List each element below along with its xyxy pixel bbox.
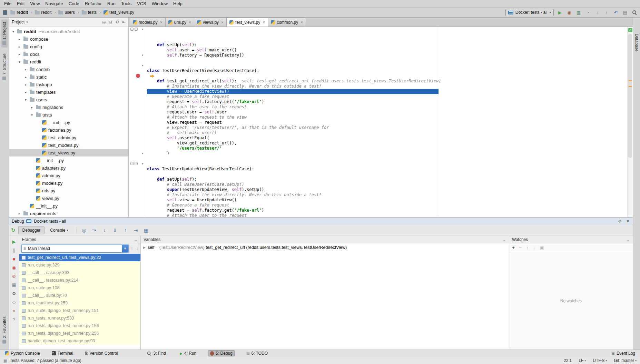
close-icon[interactable]: × [160, 20, 163, 25]
menu-window[interactable]: Window [149, 0, 170, 7]
fold-marker-icon[interactable]: ▾ [142, 63, 144, 68]
run-coverage-icon[interactable]: ▥ [576, 10, 581, 15]
chevron-right-icon[interactable]: ▸ [17, 52, 22, 56]
tree-item-test-views-py[interactable]: test_views.py [9, 149, 128, 156]
toolwindow-button-5-debug[interactable]: 5: Debug [208, 350, 235, 356]
settings-icon[interactable]: ⚙ [115, 20, 119, 24]
rerun-icon[interactable]: ↻ [11, 227, 16, 233]
tree-item-init-py[interactable]: __init__.py [9, 156, 128, 164]
collapse-all-icon[interactable]: ⊟ [109, 20, 112, 24]
hide-panel-icon[interactable]: ▼ [626, 219, 630, 224]
stripe-button-2-favorites[interactable]: 2: Favorites [1, 314, 8, 346]
pin-icon[interactable]: ◇ [11, 300, 17, 305]
tree-item-migrations[interactable]: ▸migrations [9, 103, 128, 111]
settings-icon[interactable]: ⚙ [11, 291, 17, 296]
debug-icon[interactable]: ◉ [567, 10, 572, 15]
menu-tools[interactable]: Tools [118, 0, 134, 7]
frame-row[interactable]: run_suite, django_test_runner.py:151 [19, 307, 140, 314]
step-over-icon[interactable]: ↷ [91, 228, 97, 233]
run-to-cursor-icon[interactable]: ⇥ [133, 228, 139, 233]
frame-row[interactable]: run_tests, django_test_runner.py:156 [19, 322, 140, 330]
chevron-down-icon[interactable]: ▾ [17, 60, 22, 64]
run-config-select[interactable]: Docker: tests - all ▾ [505, 9, 554, 16]
vcs-commit-icon[interactable]: ↑ [604, 10, 609, 15]
line-separator-widget[interactable]: LF▾ [579, 358, 586, 363]
hide-panel-icon[interactable]: ⇤ [122, 20, 126, 24]
tree-item-adapters-py[interactable]: adapters.py [9, 164, 128, 172]
remove-watch-icon[interactable]: − [519, 245, 522, 250]
tree-item-models-py[interactable]: models.py [9, 179, 128, 187]
close-icon[interactable]: × [189, 20, 191, 25]
editor-gutter[interactable]: ▾▾▾▾▾ [129, 27, 146, 217]
tree-item-factories-py[interactable]: factories.py [9, 126, 128, 134]
tree-item-reddit[interactable]: ▾reddit~/cookiecutter/reddit [9, 28, 128, 35]
toolwindow-button-4-run[interactable]: ▶4: Run [178, 350, 198, 356]
next-frame-icon[interactable]: ↓ [136, 246, 138, 251]
settings-icon[interactable]: ⚙ [618, 219, 622, 224]
tree-item-views-py[interactable]: views.py [9, 194, 128, 202]
tree-item-init-py[interactable]: __init__.py [9, 202, 128, 210]
step-into-icon[interactable]: ↓ [102, 228, 108, 233]
editor-tab-urls-py[interactable]: urls.py× [165, 18, 194, 27]
test-marker-icon[interactable] [130, 28, 134, 31]
evaluate-expression-icon[interactable]: ▦ [143, 228, 149, 233]
tree-item-compose[interactable]: ▸compose [9, 35, 128, 43]
tree-item-templates[interactable]: ▸templates [9, 88, 128, 96]
stop-icon[interactable]: ■ [11, 256, 17, 262]
frame-row[interactable]: __call__, suite.py:70 [19, 292, 140, 299]
tree-item-taskapp[interactable]: ▸taskapp [9, 81, 128, 88]
breadcrumb-item-users[interactable]: users [57, 9, 76, 16]
editor-scrollbar[interactable]: ✓ [627, 27, 633, 217]
search-everywhere-icon[interactable] [632, 10, 637, 15]
thread-select[interactable]: ≡ MainThread ▼ [21, 245, 129, 253]
editor-tab-test-views-py[interactable]: test_views.py× [226, 18, 268, 27]
chevron-right-icon[interactable]: ▸ [30, 105, 34, 109]
tree-item-docs[interactable]: ▸docs [9, 50, 128, 58]
frame-row[interactable]: handle, django_test_manage.py:93 [19, 337, 140, 345]
toolwindow-button-3-find[interactable]: 3: Find [145, 350, 168, 356]
chevron-down-icon[interactable]: ▾ [11, 30, 16, 33]
tree-item-requirements[interactable]: ▸requirements [9, 210, 128, 217]
close-icon[interactable]: × [11, 308, 17, 313]
menu-help[interactable]: Help [170, 0, 185, 7]
move-watch-up-icon[interactable]: ↑ [526, 245, 529, 250]
editor-tab-views-py[interactable]: views.py× [194, 18, 227, 27]
frame-row[interactable]: __call__, case.py:393 [19, 269, 140, 276]
frame-row[interactable]: test_get_redirect_url, test_views.py:22 [19, 254, 140, 261]
encoding-widget[interactable]: UTF-8▾ [593, 358, 607, 363]
tab-debugger[interactable]: Debugger [18, 226, 45, 234]
warning-stripe-mark[interactable] [629, 86, 632, 87]
close-icon[interactable]: × [301, 20, 303, 25]
stripe-button-1-project[interactable]: 1: Project [1, 20, 8, 48]
move-watch-down-icon[interactable]: ↓ [533, 245, 535, 250]
view-breakpoints-icon[interactable]: ◉ [11, 265, 17, 270]
menu-view[interactable]: View [27, 0, 42, 7]
stripe-button-7-structure[interactable]: 7: Structure [1, 51, 8, 83]
chevron-right-icon[interactable]: ▸ [23, 75, 28, 79]
tree-item-static[interactable]: ▸static [9, 73, 128, 81]
fold-marker-icon[interactable]: ▾ [142, 27, 144, 32]
chevron-right-icon[interactable]: ▸ [23, 90, 28, 94]
editor-tab-models-py[interactable]: models.py× [130, 18, 166, 27]
fold-marker-icon[interactable]: ▾ [142, 161, 144, 166]
test-marker-icon[interactable] [130, 162, 134, 165]
show-execution-point-icon[interactable]: ◎ [81, 228, 87, 233]
breadcrumb-item-tests[interactable]: tests [81, 9, 98, 16]
test-marker-icon[interactable] [135, 28, 138, 31]
chevron-right-icon[interactable]: ▸ [17, 45, 22, 49]
float-panel-icon[interactable]: → [502, 237, 506, 242]
tree-item-tests[interactable]: ▾tests [9, 111, 128, 119]
breadcrumb-item-reddit[interactable]: reddit [9, 9, 29, 16]
duplicate-watch-icon[interactable]: ▣ [540, 245, 544, 250]
chevron-right-icon[interactable]: ▸ [23, 83, 28, 87]
fold-marker-icon[interactable]: ▾ [142, 53, 144, 58]
force-step-into-icon[interactable]: ⇓ [112, 228, 118, 233]
mute-breakpoints-icon[interactable]: ⊘ [11, 274, 17, 279]
variable-row[interactable]: ▶ self = {TestUserRedirectView} test_get… [143, 245, 506, 250]
tree-item-admin-py[interactable]: admin.py [9, 172, 128, 179]
tree-item-test-admin-py[interactable]: test_admin.py [9, 134, 128, 141]
tree-item-contrib[interactable]: ▸contrib [9, 65, 128, 73]
menu-refactor[interactable]: Refactor [82, 0, 105, 7]
tree-item-users[interactable]: ▾users [9, 96, 128, 103]
frame-row[interactable]: run, tcunittest.py:259 [19, 299, 140, 307]
